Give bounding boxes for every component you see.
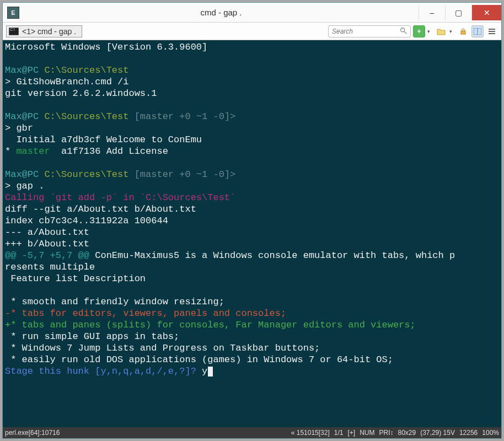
open-folder-button[interactable] bbox=[435, 25, 447, 37]
status-cursor-pos: (37,29) 15V bbox=[420, 429, 455, 437]
split-view-button[interactable] bbox=[471, 25, 484, 37]
search-icon bbox=[400, 27, 408, 35]
console-tab-icon bbox=[9, 28, 19, 35]
app-window: E cmd - gap . – ▢ ✕ <1> cmd - gap . + ▾ … bbox=[2, 2, 502, 439]
status-build: « 151015[32] bbox=[291, 429, 330, 437]
status-zoom: 100% bbox=[482, 429, 499, 437]
search-input[interactable] bbox=[328, 25, 411, 37]
lock-button[interactable] bbox=[457, 25, 469, 37]
hamburger-icon bbox=[488, 28, 496, 35]
svg-point-0 bbox=[401, 28, 405, 31]
console-tab[interactable]: <1> cmd - gap . bbox=[6, 25, 82, 37]
open-folder-dropdown[interactable]: ▾ bbox=[449, 29, 455, 34]
console-tab-label: <1> cmd - gap . bbox=[22, 27, 76, 36]
titlebar[interactable]: E cmd - gap . – ▢ ✕ bbox=[3, 3, 501, 23]
status-plus: [+] bbox=[347, 429, 355, 437]
svg-rect-2 bbox=[461, 31, 465, 34]
status-process: perl.exe[64]:10716 bbox=[5, 429, 60, 437]
toolbar: <1> cmd - gap . + ▾ ▾ bbox=[3, 23, 501, 40]
terminal-output[interactable]: Microsoft Windows [Version 6.3.9600] Max… bbox=[3, 40, 501, 427]
new-console-dropdown[interactable]: ▾ bbox=[427, 29, 433, 34]
statusbar: perl.exe[64]:10716 « 151015[32] 1/1 [+] … bbox=[3, 427, 501, 438]
status-numlock: NUM bbox=[360, 429, 374, 437]
menu-button[interactable] bbox=[486, 25, 498, 37]
new-console-button[interactable]: + bbox=[413, 25, 425, 37]
split-icon bbox=[474, 28, 481, 35]
lock-icon bbox=[459, 28, 467, 35]
status-pid: 12256 bbox=[459, 429, 478, 437]
window-title: cmd - gap . bbox=[24, 8, 419, 17]
folder-icon bbox=[437, 28, 446, 35]
close-button[interactable]: ✕ bbox=[471, 5, 501, 20]
app-icon[interactable]: E bbox=[7, 7, 19, 19]
status-priority: PRI↕ bbox=[379, 429, 393, 437]
status-size: 80x29 bbox=[398, 429, 416, 437]
svg-line-1 bbox=[404, 31, 406, 33]
status-consoles: 1/1 bbox=[334, 429, 344, 437]
minimize-button[interactable]: – bbox=[419, 5, 445, 20]
maximize-button[interactable]: ▢ bbox=[445, 5, 471, 20]
cursor bbox=[208, 367, 213, 377]
